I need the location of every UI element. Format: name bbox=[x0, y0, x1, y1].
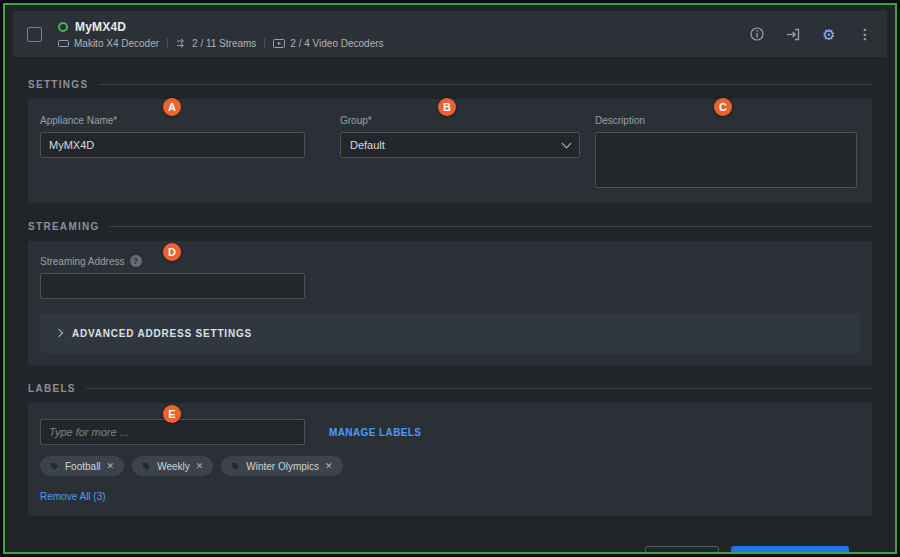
advanced-address-settings-label: ADVANCED ADDRESS SETTINGS bbox=[72, 328, 252, 339]
kebab-icon: ⋮ bbox=[858, 27, 872, 41]
remove-chip-icon[interactable]: ✕ bbox=[107, 462, 115, 471]
help-icon[interactable]: ? bbox=[130, 255, 142, 267]
device-settings-page: MyMX4D Makito X4 Decoder 2 / 11 Streams bbox=[3, 3, 897, 554]
device-header: MyMX4D Makito X4 Decoder 2 / 11 Streams bbox=[13, 11, 887, 57]
streaming-section-label: STREAMING bbox=[28, 221, 100, 232]
group-field-group: Group* Default bbox=[340, 115, 580, 192]
group-select[interactable]: Default bbox=[340, 132, 580, 158]
unpair-button[interactable] bbox=[785, 26, 801, 42]
streaming-section-header: STREAMING bbox=[28, 221, 872, 232]
decoder-icon bbox=[58, 39, 69, 48]
screen: MyMX4D Makito X4 Decoder 2 / 11 Streams bbox=[0, 0, 900, 557]
page-content: SETTINGS A B C Appliance Name* Group* De… bbox=[5, 79, 895, 554]
labels-panel: E MANAGE LABELS Football ✕ Weekly bbox=[28, 403, 872, 516]
more-options-button[interactable]: ⋮ bbox=[857, 26, 873, 42]
unpair-icon bbox=[786, 28, 800, 41]
gear-icon: ⚙ bbox=[822, 27, 835, 42]
group-label: Group* bbox=[340, 115, 580, 126]
divider bbox=[86, 388, 872, 389]
group-selected-value: Default bbox=[350, 139, 385, 151]
streams-count: 2 / 11 Streams bbox=[176, 38, 256, 49]
tag-icon bbox=[50, 462, 59, 471]
label-chip[interactable]: Football ✕ bbox=[40, 456, 124, 476]
label-chips: Football ✕ Weekly ✕ Winter Olympics ✕ bbox=[40, 456, 860, 476]
annotation-badge-d: D bbox=[163, 243, 181, 261]
annotation-badge-b: B bbox=[438, 98, 456, 116]
form-actions: CANCEL APPLY CHANGES bbox=[51, 546, 849, 554]
remove-chip-icon[interactable]: ✕ bbox=[325, 462, 333, 471]
streams-icon bbox=[176, 38, 187, 48]
streaming-address-label: Streaming Address bbox=[40, 256, 125, 267]
streams-count-label: 2 / 11 Streams bbox=[192, 38, 256, 49]
header-actions: ⚙ ⋮ bbox=[749, 26, 873, 42]
device-name: MyMX4D bbox=[75, 20, 126, 34]
streaming-panel: D Streaming Address ? ADVANCED ADDRESS S… bbox=[28, 241, 872, 365]
video-decoders-count-label: 2 / 4 Video Decoders bbox=[290, 38, 383, 49]
appliance-name-field-group: Appliance Name* bbox=[40, 115, 305, 192]
label-chip-text: Winter Olympics bbox=[246, 461, 319, 472]
settings-section-header: SETTINGS bbox=[28, 79, 872, 90]
annotation-badge-c: C bbox=[714, 98, 732, 116]
chevron-right-icon bbox=[55, 329, 63, 337]
settings-panel: A B C Appliance Name* Group* Default bbox=[28, 99, 872, 203]
settings-section-label: SETTINGS bbox=[28, 79, 88, 90]
streaming-address-field-group: Streaming Address ? bbox=[40, 255, 305, 299]
annotation-badge-a: A bbox=[163, 98, 181, 116]
divider bbox=[264, 38, 265, 48]
label-chip[interactable]: Winter Olympics ✕ bbox=[221, 456, 342, 476]
device-title-row: MyMX4D bbox=[58, 20, 384, 34]
video-decoders-count: 2 / 4 Video Decoders bbox=[273, 38, 383, 49]
apply-changes-button[interactable]: APPLY CHANGES bbox=[731, 546, 849, 554]
labels-section-label: LABELS bbox=[28, 383, 76, 394]
device-type-label: Makito X4 Decoder bbox=[74, 38, 159, 49]
tag-icon bbox=[142, 462, 151, 471]
streaming-address-input[interactable] bbox=[40, 273, 305, 299]
select-device-checkbox[interactable] bbox=[27, 27, 42, 42]
video-decoders-icon bbox=[273, 39, 285, 48]
divider bbox=[110, 226, 872, 227]
device-type: Makito X4 Decoder bbox=[58, 38, 159, 49]
cancel-button[interactable]: CANCEL bbox=[645, 546, 719, 554]
divider bbox=[167, 38, 168, 48]
remove-chip-icon[interactable]: ✕ bbox=[196, 462, 204, 471]
description-textarea[interactable] bbox=[595, 132, 857, 188]
advanced-address-settings-toggle[interactable]: ADVANCED ADDRESS SETTINGS bbox=[40, 313, 860, 353]
description-field-group: Description bbox=[595, 115, 857, 192]
label-chip[interactable]: Weekly ✕ bbox=[132, 456, 213, 476]
tag-icon bbox=[231, 462, 240, 471]
label-chip-text: Football bbox=[65, 461, 101, 472]
labels-section-header: LABELS bbox=[28, 383, 872, 394]
settings-button[interactable]: ⚙ bbox=[821, 26, 837, 42]
settings-fields-row: Appliance Name* Group* Default Descripti… bbox=[40, 115, 860, 192]
device-identity: MyMX4D Makito X4 Decoder 2 / 11 Streams bbox=[58, 20, 384, 49]
device-meta-row: Makito X4 Decoder 2 / 11 Streams 2 / 4 V… bbox=[58, 38, 384, 49]
remove-all-link[interactable]: Remove All (3) bbox=[40, 491, 106, 502]
appliance-name-label: Appliance Name* bbox=[40, 115, 305, 126]
chevron-down-icon bbox=[562, 139, 572, 149]
info-button[interactable] bbox=[749, 26, 765, 42]
description-label: Description bbox=[595, 115, 857, 126]
manage-labels-link[interactable]: MANAGE LABELS bbox=[329, 427, 421, 438]
annotation-badge-e: E bbox=[163, 405, 181, 423]
appliance-name-input[interactable] bbox=[40, 132, 305, 158]
labels-input-row: MANAGE LABELS bbox=[40, 419, 860, 445]
label-chip-text: Weekly bbox=[157, 461, 190, 472]
remove-all-row: Remove All (3) bbox=[40, 486, 860, 504]
divider bbox=[98, 84, 872, 85]
info-icon bbox=[750, 27, 764, 41]
online-status-icon bbox=[58, 22, 68, 32]
